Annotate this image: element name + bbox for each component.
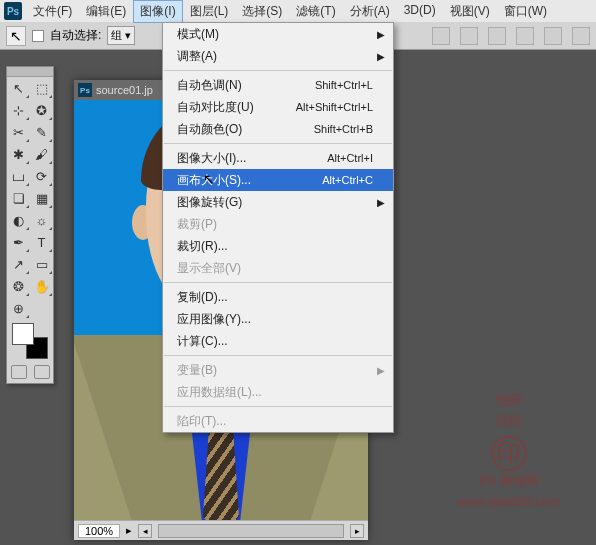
path-tool-icon[interactable]: ↗ (7, 253, 30, 275)
foreground-color-swatch[interactable] (12, 323, 34, 345)
seal-icon: ㊞ (457, 431, 560, 471)
image-menu-dropdown: 模式(M)▶调整(A)▶自动色调(N)Shift+Ctrl+L自动对比度(U)A… (162, 22, 394, 433)
menu-item-label: 自动色调(N) (177, 77, 242, 94)
menu-图像[interactable]: 图像(I) (133, 0, 182, 23)
menu-视图[interactable]: 视图(V) (443, 0, 497, 23)
auto-select-dropdown[interactable]: 组 ▾ (107, 26, 135, 45)
wand-tool-icon[interactable]: ✪ (30, 99, 53, 121)
menu-item-label: 裁剪(P) (177, 216, 217, 233)
color-swatch (7, 319, 53, 363)
menu-item[interactable]: 图像旋转(G)▶ (163, 191, 393, 213)
menu-item-label: 图像大小(I)... (177, 150, 246, 167)
align-icon (460, 27, 478, 45)
eyedropper-tool-icon[interactable]: ✎ (30, 121, 53, 143)
move-tool-icon[interactable]: ↖ (7, 77, 30, 99)
marquee-tool-icon[interactable]: ⬚ (30, 77, 53, 99)
menu-separator (164, 143, 392, 144)
menu-item-label: 自动颜色(O) (177, 121, 242, 138)
auto-select-checkbox[interactable] (32, 30, 44, 42)
menu-窗口[interactable]: 窗口(W) (497, 0, 554, 23)
menu-item[interactable]: 画布大小(S)...Alt+Ctrl+C↖ (163, 169, 393, 191)
menu-item-label: 调整(A) (177, 48, 217, 65)
document-title: source01.jp (96, 84, 153, 96)
menu-item-label: 计算(C)... (177, 333, 228, 350)
align-icon (572, 27, 590, 45)
blank-tool-icon (30, 297, 53, 319)
brush-tool-icon[interactable]: 🖌 (30, 143, 53, 165)
menu-item-label: 图像旋转(G) (177, 194, 242, 211)
heal-tool-icon[interactable]: ✱ (7, 143, 30, 165)
menu-item-shortcut: Alt+Ctrl+I (327, 152, 373, 164)
watermark: 他陪 我织 ㊞ PS 教程网 www.tata580.com (457, 390, 560, 513)
menu-分析[interactable]: 分析(A) (343, 0, 397, 23)
menu-图层[interactable]: 图层(L) (183, 0, 236, 23)
menu-item[interactable]: 裁切(R)... (163, 235, 393, 257)
menu-item-shortcut: Alt+Shift+Ctrl+L (296, 101, 373, 113)
blur-tool-icon[interactable]: ◐ (7, 209, 30, 231)
toolbox-grip[interactable] (7, 67, 53, 77)
type-tool-icon[interactable]: T (30, 231, 53, 253)
menu-滤镜[interactable]: 滤镜(T) (289, 0, 342, 23)
zoom-tool-icon[interactable]: ⊕ (7, 297, 30, 319)
menu-item-label: 模式(M) (177, 26, 219, 43)
menu-item: 裁剪(P) (163, 213, 393, 235)
menu-item-label: 应用图像(Y)... (177, 311, 251, 328)
quickmask-off-icon[interactable] (11, 365, 27, 379)
submenu-arrow-icon: ▶ (377, 365, 385, 376)
menu-item-label: 复制(D)... (177, 289, 228, 306)
menu-item-label: 变量(B) (177, 362, 217, 379)
scroll-left-icon[interactable]: ◂ (138, 524, 152, 538)
menu-item[interactable]: 调整(A)▶ (163, 45, 393, 67)
align-icon (488, 27, 506, 45)
menu-item[interactable]: 自动对比度(U)Alt+Shift+Ctrl+L (163, 96, 393, 118)
shape-tool-icon[interactable]: ▭ (30, 253, 53, 275)
menu-item-label: 陷印(T)... (177, 413, 226, 430)
menu-item-shortcut: Alt+Ctrl+C (322, 174, 373, 186)
quickmask-on-icon[interactable] (34, 365, 50, 379)
scroll-right-icon[interactable]: ▸ (350, 524, 364, 538)
lasso-tool-icon[interactable]: ⊹ (7, 99, 30, 121)
menu-item: 变量(B)▶ (163, 359, 393, 381)
menu-item[interactable]: 自动色调(N)Shift+Ctrl+L (163, 74, 393, 96)
pen-tool-icon[interactable]: ✒ (7, 231, 30, 253)
menu-item[interactable]: 模式(M)▶ (163, 23, 393, 45)
menu-item-label: 裁切(R)... (177, 238, 228, 255)
menu-separator (164, 355, 392, 356)
menu-item[interactable]: 自动颜色(O)Shift+Ctrl+B (163, 118, 393, 140)
active-tool-icon[interactable]: ↖ (6, 26, 26, 46)
hand-tool-icon[interactable]: ✋ (30, 275, 53, 297)
toolbox: ↖⬚⊹✪✂✎✱🖌⌴⟳❏▦◐☼✒T↗▭❂✋⊕ (6, 66, 54, 384)
menu-选择[interactable]: 选择(S) (235, 0, 289, 23)
menu-item[interactable]: 图像大小(I)...Alt+Ctrl+I (163, 147, 393, 169)
stamp-tool-icon[interactable]: ⌴ (7, 165, 30, 187)
document-statusbar: 100% ▸ ◂ ▸ (74, 520, 368, 540)
h-scrollbar[interactable] (158, 524, 344, 538)
submenu-arrow-icon: ▶ (377, 197, 385, 208)
menu-item: 应用数据组(L)... (163, 381, 393, 403)
menu-item-label: 画布大小(S)... (177, 172, 251, 189)
eraser-tool-icon[interactable]: ❏ (7, 187, 30, 209)
menu-separator (164, 282, 392, 283)
zoom-level[interactable]: 100% (78, 524, 120, 538)
gradient-tool-icon[interactable]: ▦ (30, 187, 53, 209)
menu-item[interactable]: 应用图像(Y)... (163, 308, 393, 330)
menu-item[interactable]: 计算(C)... (163, 330, 393, 352)
menu-item-shortcut: Shift+Ctrl+B (314, 123, 373, 135)
status-info-icon[interactable]: ▸ (126, 524, 132, 537)
menu-文件[interactable]: 文件(F) (26, 0, 79, 23)
crop-tool-icon[interactable]: ✂ (7, 121, 30, 143)
app-logo-icon: Ps (4, 2, 22, 20)
doc-ps-icon: Ps (78, 83, 92, 97)
menu-item-label: 显示全部(V) (177, 260, 241, 277)
dodge-tool-icon[interactable]: ☼ (30, 209, 53, 231)
menu-separator (164, 70, 392, 71)
3d-tool-icon[interactable]: ❂ (7, 275, 30, 297)
menu-separator (164, 406, 392, 407)
menu-3d[interactable]: 3D(D) (397, 0, 443, 23)
menu-item-shortcut: Shift+Ctrl+L (315, 79, 373, 91)
menu-编辑[interactable]: 编辑(E) (79, 0, 133, 23)
menu-item: 显示全部(V) (163, 257, 393, 279)
history-tool-icon[interactable]: ⟳ (30, 165, 53, 187)
menu-item[interactable]: 复制(D)... (163, 286, 393, 308)
align-icon (544, 27, 562, 45)
